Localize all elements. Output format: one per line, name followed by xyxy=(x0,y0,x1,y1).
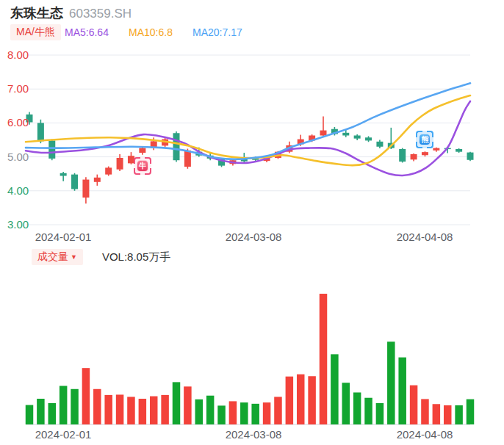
volume-bar xyxy=(320,294,328,424)
bear-icon: 熊 xyxy=(419,134,431,145)
volume-bar xyxy=(206,396,215,424)
bull-icon: 牛 xyxy=(137,160,148,172)
ma20-line xyxy=(26,83,470,159)
ma-legend-row: MA/牛熊 xyxy=(10,24,61,40)
price-x-axis-label: 2024-04-08 xyxy=(377,231,472,243)
bear-signal-badge[interactable]: 熊 xyxy=(416,131,433,148)
candle-body xyxy=(399,149,406,162)
candle-body xyxy=(411,154,417,159)
candle-body xyxy=(365,137,372,140)
volume-bar xyxy=(433,404,441,424)
chevron-down-icon: ▼ xyxy=(71,254,77,261)
volume-bar xyxy=(60,386,68,424)
volume-series xyxy=(26,294,474,424)
volume-x-axis-label: 2024-04-08 xyxy=(377,428,472,441)
volume-bar xyxy=(342,383,350,424)
volume-bar xyxy=(26,405,34,424)
volume-bar xyxy=(93,389,101,424)
volume-bar xyxy=(444,405,452,424)
volume-bar xyxy=(217,405,226,424)
volume-bar xyxy=(139,399,147,424)
volume-bar xyxy=(127,397,135,424)
stock-name: 东珠生态 xyxy=(10,4,63,22)
candle-body xyxy=(422,152,428,155)
volume-bar xyxy=(71,389,79,424)
volume-bar xyxy=(274,397,282,424)
volume-bar xyxy=(331,354,339,424)
volume-dropdown-chip[interactable]: 成交量 ▼ xyxy=(32,249,83,265)
candle-body xyxy=(376,142,383,147)
volume-bar xyxy=(308,376,316,424)
y-axis-tick: 6.00 xyxy=(7,116,37,129)
candle-body xyxy=(71,175,78,189)
y-axis-tick: 5.00 xyxy=(7,151,37,163)
stock-code: 603359.SH xyxy=(69,7,132,21)
candle-body xyxy=(60,173,67,176)
volume-bar xyxy=(297,375,305,424)
volume-bar xyxy=(161,395,169,424)
volume-bar xyxy=(387,341,395,424)
candle-body xyxy=(105,167,112,174)
volume-bar xyxy=(48,403,57,424)
volume-bar xyxy=(353,392,361,424)
volume-bar xyxy=(173,382,181,424)
volume-bar xyxy=(251,404,259,424)
volume-bar xyxy=(455,405,463,424)
candle-body xyxy=(354,135,361,138)
volume-bar xyxy=(286,377,294,424)
volume-bar xyxy=(364,398,372,424)
volume-bar xyxy=(37,399,45,424)
volume-bar xyxy=(467,399,475,424)
volume-bar xyxy=(184,386,192,424)
candle-body xyxy=(433,148,439,151)
volume-bar xyxy=(421,399,429,424)
volume-bar xyxy=(116,394,124,424)
candle-body xyxy=(48,140,55,158)
price-x-axis-label: 2024-03-08 xyxy=(206,231,301,243)
ma-bullbear-chip-label: MA/牛熊 xyxy=(16,26,55,39)
volume-bar xyxy=(410,386,418,424)
volume-bar xyxy=(376,403,384,424)
y-axis-tick: 7.00 xyxy=(7,82,37,95)
title-row: 东珠生态 603359.SH xyxy=(10,4,132,22)
ma10-legend-value: MA10:6.8 xyxy=(129,26,173,38)
candle-body xyxy=(37,123,44,141)
price-gridlines xyxy=(26,55,470,225)
volume-bar xyxy=(82,368,90,424)
volume-bar xyxy=(195,399,204,424)
volume-bar xyxy=(398,358,406,424)
ma5-legend-value: MA5:6.64 xyxy=(65,26,109,38)
volume-bar xyxy=(229,401,237,424)
volume-readout: VOL:8.05万手 xyxy=(102,250,170,264)
volume-x-axis-label: 2024-02-01 xyxy=(15,428,111,441)
volume-bar xyxy=(104,395,112,424)
volume-bar xyxy=(240,402,248,424)
bull-signal-badge[interactable]: 牛 xyxy=(134,157,151,175)
y-axis-tick: 4.00 xyxy=(7,184,37,197)
price-x-axis-label: 2024-02-01 xyxy=(15,231,111,243)
candle-body xyxy=(467,153,473,160)
candle-body xyxy=(320,131,326,136)
candle-body xyxy=(94,178,101,182)
candle-body xyxy=(184,151,191,167)
stock-chart-app: 东珠生态 603359.SH MA/牛熊 MA5:6.64 MA10:6.8 M… xyxy=(0,0,504,445)
volume-bar xyxy=(263,402,271,424)
volume-legend-row: 成交量 ▼ VOL:8.05万手 xyxy=(32,249,170,265)
volume-chip-label: 成交量 xyxy=(37,250,68,264)
ma-bullbear-chip[interactable]: MA/牛熊 xyxy=(10,24,61,40)
candle-body xyxy=(456,149,462,152)
candle-body xyxy=(139,148,145,153)
volume-x-axis-label: 2024-03-08 xyxy=(206,428,301,441)
y-axis-tick: 3.00 xyxy=(7,218,37,231)
ma20-legend-value: MA20:7.17 xyxy=(192,26,242,38)
volume-bar xyxy=(150,397,158,424)
chart-canvas[interactable] xyxy=(0,0,504,445)
candle-body xyxy=(173,133,179,160)
candle-body xyxy=(117,158,123,170)
candle-body xyxy=(342,133,349,136)
candle-body xyxy=(82,180,89,198)
y-axis-tick: 8.00 xyxy=(7,48,37,61)
